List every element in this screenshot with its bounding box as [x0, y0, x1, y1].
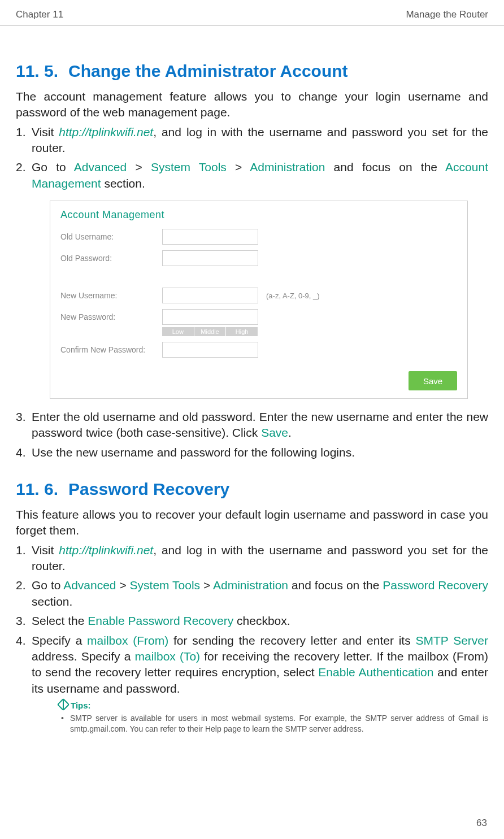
section-title: Password Recovery [68, 480, 229, 498]
header-title: Manage the Router [406, 9, 488, 20]
step-3: Enter the old username and old password.… [16, 409, 488, 441]
steps-list-11-5: Visit http://tplinkwifi.net, and log in … [16, 124, 488, 192]
enable-password-recovery-term: Enable Password Recovery [88, 614, 233, 627]
step-3: Select the Enable Password Recovery chec… [16, 613, 488, 629]
step-1: Visit http://tplinkwifi.net, and log in … [16, 124, 488, 157]
label-old-password: Old Password: [60, 254, 162, 263]
step-4: Use the new username and password for th… [16, 445, 488, 460]
tplink-url: http://tplinkwifi.net [59, 544, 153, 557]
panel-title: Account Management [60, 209, 457, 221]
nav-administration: Administration [250, 160, 325, 173]
step-1: Visit http://tplinkwifi.net, and log in … [16, 542, 488, 575]
nav-advanced: Advanced [63, 579, 116, 592]
mailbox-from-term: mailbox (From) [87, 634, 168, 647]
page-content: 11. 5.Change the Administrator Account T… [0, 25, 504, 734]
tplink-url: http://tplinkwifi.net [59, 125, 153, 138]
tips-list: SMTP server is available for users in mo… [59, 713, 488, 734]
section-heading-11-5: 11. 5.Change the Administrator Account [16, 62, 488, 81]
header-chapter: Chapter 11 [16, 9, 63, 20]
strength-low: Low [162, 327, 194, 336]
row-new-username: New Username: (a-z, A-Z, 0-9, _) [60, 288, 457, 303]
tips-block: Tips: SMTP server is available for users… [59, 700, 488, 734]
enable-authentication-term: Enable Authentication [318, 666, 433, 679]
label-old-username: Old Username: [60, 232, 162, 241]
label-confirm-password: Confirm New Password: [60, 345, 162, 354]
section-intro: This feature allows you to recover your … [16, 507, 488, 539]
hint-new-username: (a-z, A-Z, 0-9, _) [266, 292, 320, 300]
smtp-server-term: SMTP Server [415, 634, 488, 647]
nav-system-tools: System Tools [151, 160, 227, 173]
section-number: 11. 6. [16, 480, 58, 498]
steps-list-11-6: Visit http://tplinkwifi.net, and log in … [16, 542, 488, 734]
strength-middle: Middle [194, 327, 227, 336]
strength-high: High [226, 327, 258, 336]
password-strength-bar: Low Middle High [162, 327, 258, 336]
input-old-username[interactable] [162, 229, 258, 245]
row-old-password: Old Password: [60, 250, 457, 266]
section-heading-11-6: 11. 6.Password Recovery [16, 480, 488, 499]
save-button[interactable]: Save [409, 371, 457, 390]
label-new-username: New Username: [60, 291, 162, 300]
page-number: 63 [476, 818, 487, 829]
step-2: Go to Advanced > System Tools > Administ… [16, 159, 488, 192]
step-4: Specify a mailbox (From) for sending the… [16, 633, 488, 734]
nav-administration: Administration [213, 579, 288, 592]
input-confirm-password[interactable] [162, 342, 258, 358]
nav-system-tools: System Tools [130, 579, 201, 592]
input-old-password[interactable] [162, 250, 258, 266]
nav-password-recovery: Password Recovery [383, 579, 488, 592]
row-confirm-password: Confirm New Password: [60, 342, 457, 358]
label-new-password: New Password: [60, 312, 162, 321]
input-new-password[interactable] [162, 309, 258, 325]
section-number: 11. 5. [16, 62, 58, 80]
row-new-password: New Password: [60, 309, 457, 325]
input-new-username[interactable] [162, 288, 258, 303]
step-2: Go to Advanced > System Tools > Administ… [16, 577, 488, 610]
account-management-screenshot: Account Management Old Username: Old Pas… [50, 201, 468, 399]
section-title: Change the Administrator Account [68, 62, 347, 80]
nav-advanced: Advanced [74, 160, 127, 173]
row-old-username: Old Username: [60, 229, 457, 245]
mailbox-to-term: mailbox (To) [134, 650, 200, 663]
section-intro: The account management feature allows yo… [16, 89, 488, 121]
save-term: Save [261, 426, 288, 439]
page-header: Chapter 11 Manage the Router [0, 0, 504, 25]
tip-item: SMTP server is available for users in mo… [59, 713, 488, 734]
steps-list-11-5-cont: Enter the old username and old password.… [16, 409, 488, 460]
tips-heading: Tips: [59, 700, 488, 711]
